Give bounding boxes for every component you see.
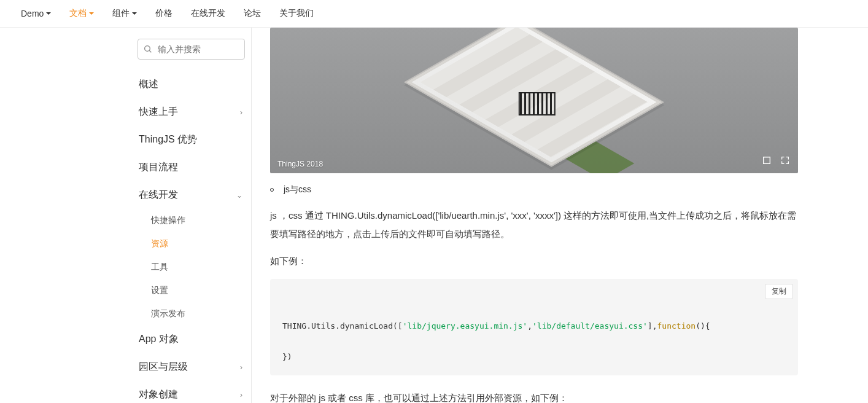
sidebar-item-label: ThingJS 优势 — [139, 133, 197, 146]
code-string: 'lib/jquery.easyui.min.js' — [403, 321, 528, 331]
sidebar-item-7[interactable]: 对象创建› — [138, 381, 245, 403]
expand-icon[interactable] — [760, 154, 773, 167]
nav-label: 论坛 — [244, 8, 261, 19]
sidebar-item-5[interactable]: App 对象 — [138, 326, 245, 353]
paragraph-example-lead: 如下例： — [270, 252, 798, 270]
nav-label: 价格 — [155, 8, 172, 19]
code-text: ], — [648, 321, 657, 331]
sidebar-item-label: 快速上手 — [139, 106, 178, 119]
nav-item-2[interactable]: 组件 — [112, 8, 137, 19]
sidebar-item-0[interactable]: 概述 — [138, 71, 245, 98]
nav-label: 组件 — [112, 8, 130, 19]
sidebar-sublist: 快捷操作资源工具设置演示发布 — [138, 209, 245, 326]
hero-gate — [519, 92, 556, 115]
nav-item-4[interactable]: 在线开发 — [191, 8, 225, 19]
copy-button[interactable]: 复制 — [765, 284, 793, 299]
sidebar-item-label: 概述 — [139, 78, 158, 91]
chevron-right-icon: › — [240, 108, 242, 117]
code-text: , — [527, 321, 532, 331]
code-text: }) — [282, 352, 292, 361]
sidebar-item-label: 对象创建 — [139, 388, 178, 401]
fullscreen-icon[interactable] — [778, 154, 792, 167]
page-body: 概述快速上手›ThingJS 优势项目流程在线开发⌄快捷操作资源工具设置演示发布… — [0, 28, 868, 403]
nav-label: Demo — [21, 9, 44, 18]
sidebar-subitem-1[interactable]: 资源 — [151, 232, 245, 256]
main-content: ThingJS 2018 js与css js ，css 通过 THING.Uti… — [252, 28, 816, 403]
caret-down-icon — [89, 12, 94, 15]
sidebar-item-3[interactable]: 项目流程 — [138, 154, 245, 181]
top-nav: Demo文档组件价格在线开发论坛关于我们 — [0, 0, 868, 28]
code-text: (){ — [696, 321, 710, 331]
chevron-right-icon: › — [240, 363, 242, 372]
sidebar: 概述快速上手›ThingJS 优势项目流程在线开发⌄快捷操作资源工具设置演示发布… — [126, 28, 252, 403]
sidebar-item-6[interactable]: 园区与层级› — [138, 353, 245, 381]
sidebar-item-label: App 对象 — [139, 333, 179, 346]
sidebar-subitem-2[interactable]: 工具 — [151, 256, 245, 279]
bullet-icon — [270, 188, 274, 192]
sidebar-item-2[interactable]: ThingJS 优势 — [138, 126, 245, 154]
search-input[interactable] — [138, 39, 245, 60]
sidebar-item-label: 园区与层级 — [139, 361, 188, 374]
sidebar-item-label: 项目流程 — [139, 161, 178, 174]
caret-down-icon — [132, 12, 137, 15]
code-block-1: 复制 THING.Utils.dynamicLoad(['lib/jquery.… — [270, 279, 798, 375]
svg-point-0 — [145, 46, 150, 52]
nav-label: 在线开发 — [191, 8, 225, 19]
nav-item-0[interactable]: Demo — [21, 9, 51, 18]
chevron-down-icon: ⌄ — [236, 191, 242, 200]
svg-rect-2 — [764, 157, 770, 164]
left-gutter — [0, 28, 126, 403]
nav-item-6[interactable]: 关于我们 — [279, 8, 314, 19]
nav-label: 关于我们 — [279, 8, 314, 19]
bullet-label: js与css — [284, 184, 311, 195]
hero-image: ThingJS 2018 — [270, 28, 798, 173]
chevron-right-icon: › — [240, 391, 242, 399]
sidebar-item-label: 在线开发 — [139, 189, 178, 202]
bullet-jscss: js与css — [270, 184, 798, 195]
paragraph-external: 对于外部的 js 或者 css 库，也可以通过上述方法引用外部资源，如下例： — [270, 389, 798, 403]
sidebar-item-4[interactable]: 在线开发⌄ — [138, 181, 245, 209]
sidebar-item-1[interactable]: 快速上手› — [138, 98, 245, 126]
nav-item-3[interactable]: 价格 — [155, 8, 172, 19]
sidebar-subitem-3[interactable]: 设置 — [151, 279, 245, 302]
code-keyword: function — [657, 321, 696, 331]
caret-down-icon — [46, 12, 51, 15]
nav-label: 文档 — [69, 8, 87, 19]
sidebar-subitem-4[interactable]: 演示发布 — [151, 302, 245, 326]
code-string: 'lib/default/easyui.css' — [532, 321, 648, 331]
search-wrapper — [138, 39, 245, 60]
sidebar-subitem-0[interactable]: 快捷操作 — [151, 209, 245, 232]
nav-item-5[interactable]: 论坛 — [244, 8, 261, 19]
svg-line-1 — [149, 50, 151, 52]
search-icon — [143, 44, 153, 54]
code-text: THING.Utils.dynamicLoad([ — [282, 321, 403, 331]
nav-item-1[interactable]: 文档 — [69, 8, 94, 19]
hero-watermark: ThingJS 2018 — [277, 160, 323, 168]
paragraph-desc: js ，css 通过 THING.Utils.dynamicLoad(['lib… — [270, 206, 798, 243]
